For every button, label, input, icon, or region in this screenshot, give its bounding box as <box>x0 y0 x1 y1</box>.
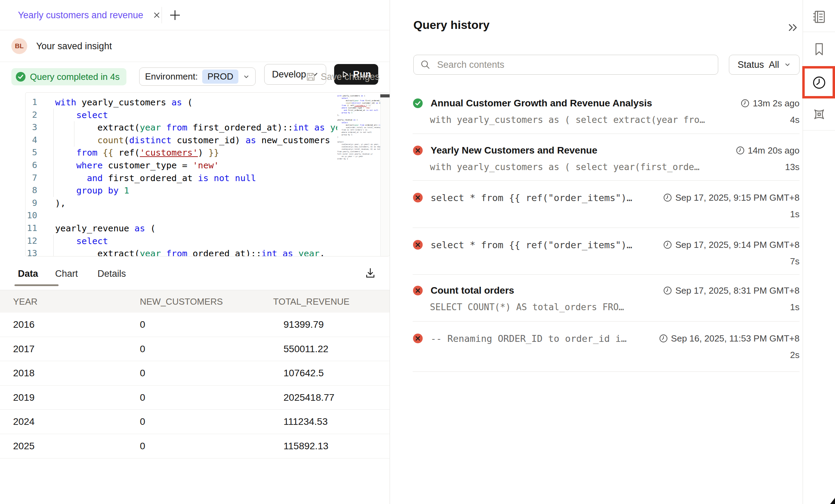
history-item-duration: 4s <box>790 115 800 125</box>
line-number: 3 <box>25 121 46 134</box>
close-tab-icon[interactable] <box>152 10 162 20</box>
code-line[interactable]: with yearly_customers as ( <box>55 96 337 109</box>
notebook-icon <box>811 9 827 25</box>
tab-details[interactable]: Details <box>97 262 126 286</box>
status-filter-value: All <box>769 60 779 70</box>
code-line[interactable]: extract(year from first_ordered_at)::int… <box>55 121 337 134</box>
new-tab-button[interactable] <box>167 8 183 23</box>
table-row: 2016091399.79 <box>0 313 390 337</box>
save-changes-button[interactable]: Save changes <box>305 68 380 85</box>
code-line[interactable]: and first_ordered_at is not null <box>55 172 337 185</box>
chevron-down-icon <box>243 73 250 80</box>
history-item[interactable]: Count total ordersSep 17, 2025, 8:31 PM … <box>413 284 800 313</box>
history-item-row: Yearly New Customers and Revenue14m 20s … <box>413 144 800 157</box>
time-text: Sep 17, 2025, 9:15 PM GMT+8 <box>675 192 800 203</box>
history-item-row: 7s <box>413 255 800 267</box>
minimap-line: select <box>337 97 380 99</box>
environment-value: PROD <box>202 70 238 84</box>
tab-separator <box>162 7 162 23</box>
history-item-title: select * from {{ ref("order_items")… <box>431 192 632 203</box>
minimap-line: select <box>337 122 380 124</box>
history-item-time: Sep 17, 2025, 9:14 PM GMT+8 <box>663 240 800 250</box>
minimap-line: coalesce(yr.total_revenue, 0) as total_r… <box>337 148 380 150</box>
clock-icon <box>663 286 672 295</box>
environment-selector[interactable]: Environment: PROD <box>139 67 256 86</box>
minimap[interactable]: with yearly_customers as ( select extrac… <box>337 95 380 160</box>
sql-code-editor[interactable]: 12345678910111213 with yearly_customers … <box>25 92 390 256</box>
history-item[interactable]: select * from {{ ref("order_items")…Sep … <box>413 238 800 267</box>
table-row: 20250115892.13 <box>0 434 390 459</box>
minimap-line: sum(order_total) as total_revenue <box>337 126 380 129</box>
tab-yearly-customers-and-revenue[interactable]: Yearly customers and revenue <box>18 0 162 30</box>
history-item[interactable]: -- Renaming ORDER_ID to order_id i…Sep 1… <box>413 332 800 361</box>
cell-year: 2019 <box>13 386 34 410</box>
code-lines[interactable]: with yearly_customers as ( select extrac… <box>55 96 337 256</box>
code-line[interactable]: from {{ ref('customers') }} <box>55 146 337 159</box>
collapse-panel-button[interactable] <box>787 21 802 34</box>
column-header-total-revenue: TOTAL_REVENUE <box>273 290 350 313</box>
query-status-badge: Query completed in 4s <box>11 68 126 85</box>
tab-data[interactable]: Data <box>18 262 38 286</box>
code-line[interactable]: ), <box>55 197 337 210</box>
clock-icon <box>663 240 672 249</box>
editor-scrollbar[interactable] <box>380 93 390 256</box>
double-chevron-right-icon <box>787 21 802 34</box>
avatar: BL <box>11 38 27 54</box>
code-line[interactable]: group by 1 <box>55 184 337 197</box>
history-item[interactable]: Annual Customer Growth and Revenue Analy… <box>413 96 800 126</box>
query-history-panel-button[interactable] <box>811 74 827 91</box>
minimap-line: coalesce(yc.year, yr.year) as year, <box>337 143 380 146</box>
notebook-panel-button[interactable] <box>811 9 827 25</box>
history-item[interactable]: select * from {{ ref("order_items")…Sep … <box>413 191 800 220</box>
code-line[interactable] <box>55 209 337 222</box>
indent-guide <box>53 108 54 197</box>
history-search[interactable] <box>413 55 718 75</box>
history-item-duration: 2s <box>790 350 800 360</box>
tab-chart[interactable]: Chart <box>55 262 78 286</box>
minimap-line: where customer_type = 'new' <box>337 107 380 109</box>
code-line[interactable]: extract(year from ordered_at)::int as ye… <box>55 247 337 256</box>
minimap-line: full outer join yearly_revenue yr <box>337 153 380 155</box>
cell-new-customers: 0 <box>140 434 145 458</box>
history-item-row: select * from {{ ref("order_items")…Sep … <box>413 191 800 204</box>
cell-year: 2025 <box>13 434 34 458</box>
cell-year: 2018 <box>13 361 34 385</box>
download-results-button[interactable] <box>364 266 378 280</box>
code-line[interactable]: yearly_revenue as ( <box>55 222 337 235</box>
history-item[interactable]: Yearly New Customers and Revenue14m 20s … <box>413 144 800 173</box>
insight-toolbar: BL Your saved insight <box>0 30 390 62</box>
search-input[interactable] <box>437 60 714 70</box>
clock-icon <box>741 99 750 108</box>
history-item-duration: 1s <box>790 209 800 220</box>
status-filter-label: Status <box>738 60 764 70</box>
history-item-duration: 13s <box>785 162 800 172</box>
history-item-time: Sep 17, 2025, 8:31 PM GMT+8 <box>663 285 800 296</box>
history-item-row: Count total ordersSep 17, 2025, 8:31 PM … <box>413 284 800 297</box>
minimap-line: from yearly_customers yc <box>337 150 380 153</box>
history-item-title: select * from {{ ref("order_items")… <box>431 240 632 250</box>
cell-total-revenue: 111234.53 <box>284 410 328 434</box>
code-line[interactable]: where customer_type = 'new' <box>55 159 337 172</box>
code-line[interactable]: select <box>55 109 337 122</box>
minimap-line: yearly_revenue as ( <box>337 119 380 121</box>
minimap-line: group by 1 <box>337 112 380 114</box>
search-icon <box>420 59 431 70</box>
status-row: Query completed in 4s Environment: PROD <box>0 62 390 92</box>
time-text: 13m 2s ago <box>753 98 800 109</box>
editor-scrollbar-thumb[interactable] <box>380 94 390 97</box>
history-item-query-preview: with yearly_customers as ( select extrac… <box>430 115 705 125</box>
bookmarks-panel-button[interactable] <box>811 41 827 57</box>
lineage-panel-button[interactable] <box>811 106 827 123</box>
history-divider <box>413 134 800 134</box>
status-filter-dropdown[interactable]: Status All <box>729 55 800 75</box>
table-row: 20180107642.5 <box>0 361 390 386</box>
history-item-time: 14m 20s ago <box>736 145 800 156</box>
code-line[interactable]: select <box>55 235 337 248</box>
code-line[interactable]: count(distinct customer_id) as new_custo… <box>55 134 337 147</box>
panel-divider <box>390 0 390 504</box>
cell-year: 2017 <box>13 337 34 361</box>
line-number: 11 <box>25 222 46 235</box>
minimap-line: ) <box>337 136 380 138</box>
minimap-line: on yc.year = yr.year <box>337 155 380 158</box>
column-header-year: YEAR <box>13 290 38 313</box>
